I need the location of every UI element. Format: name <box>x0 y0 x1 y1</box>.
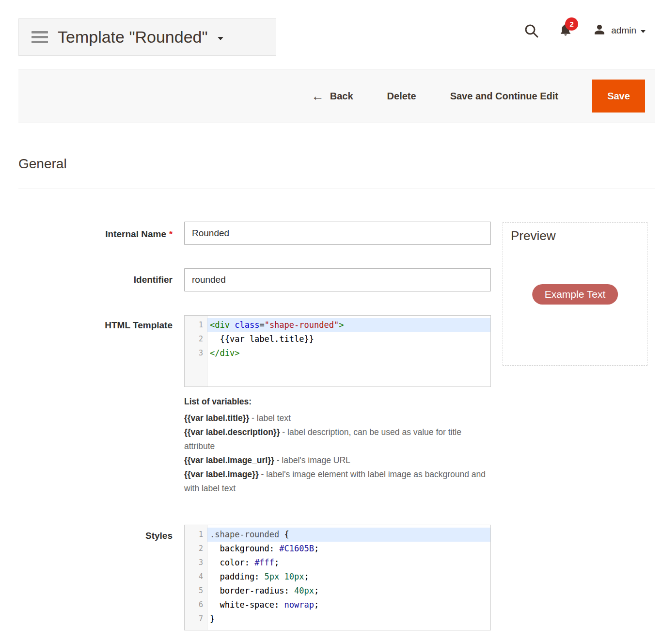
code-token: { <box>279 530 289 539</box>
code-token: #C1605B <box>279 544 314 553</box>
internal-name-label-text: Internal Name <box>105 229 166 239</box>
search-icon[interactable] <box>524 23 539 38</box>
code-line: 3</div> <box>185 346 490 360</box>
preview-title: Preview <box>511 228 555 243</box>
section-divider <box>18 189 655 189</box>
code-text[interactable]: background: #C1605B; <box>207 542 490 556</box>
code-token: white-space: <box>210 600 284 610</box>
code-line: 1.shape-rounded { <box>185 528 490 542</box>
code-text[interactable]: white-space: nowrap; <box>207 598 490 612</box>
styles-label: Styles <box>18 531 173 541</box>
code-token: color: <box>210 558 254 567</box>
code-token: ; <box>314 586 319 596</box>
code-line: 1<div class="shape-rounded"> <box>185 318 490 332</box>
code-line: 5 border-radius: 40px; <box>185 584 490 598</box>
styles-label-text: Styles <box>145 531 173 541</box>
code-line: 4 padding: 5px 10px; <box>185 570 490 584</box>
internal-name-label: Internal Name* <box>18 229 173 240</box>
code-line: 2 background: #C1605B; <box>185 542 490 556</box>
code-token: ; <box>314 544 319 553</box>
code-text[interactable]: padding: 5px 10px; <box>207 570 490 584</box>
code-token: border-radius: <box>210 586 294 596</box>
line-number: 2 <box>185 332 207 346</box>
variable-desc: - label's image URL <box>274 455 350 465</box>
code-token: } <box>210 614 215 624</box>
save-continue-label: Save and Continue Edit <box>450 91 558 102</box>
html-template-label: HTML Template <box>18 320 173 331</box>
variable-item: {{var label.title}} - label text <box>184 411 492 425</box>
code-token: > <box>339 320 344 330</box>
code-line: 6 white-space: nowrap; <box>185 598 490 612</box>
variable-name: {{var label.image}} <box>184 469 259 479</box>
save-button[interactable]: Save <box>592 80 645 113</box>
code-line: 7} <box>185 612 490 626</box>
code-token <box>279 572 284 581</box>
line-number: 6 <box>185 598 207 612</box>
line-number: 4 <box>185 570 207 584</box>
code-token: {{var label.title}} <box>210 334 314 344</box>
back-button-label: Back <box>330 91 353 102</box>
html-template-editor[interactable]: 1<div class="shape-rounded">2 {{var labe… <box>184 315 491 387</box>
code-token: ; <box>314 600 319 610</box>
line-number: 1 <box>185 528 207 542</box>
html-template-label-text: HTML Template <box>105 320 173 330</box>
internal-name-input[interactable] <box>184 222 491 245</box>
code-text[interactable]: </div> <box>207 346 490 360</box>
code-token: padding: <box>210 572 265 581</box>
line-number: 5 <box>185 584 207 598</box>
code-line: 3 color: #fff; <box>185 556 490 570</box>
code-token: 40px <box>294 586 314 596</box>
variable-item: {{var label.description}} - label descri… <box>184 425 492 453</box>
notifications-button[interactable]: 2 <box>558 22 573 39</box>
variables-help: List of variables: {{var label.title}} -… <box>184 395 492 496</box>
hamburger-bar <box>32 36 48 38</box>
hamburger-icon[interactable] <box>32 31 48 43</box>
save-continue-button[interactable]: Save and Continue Edit <box>450 91 558 102</box>
code-token: "shape-rounded" <box>265 320 339 330</box>
user-caret-icon <box>641 30 646 33</box>
code-token: = <box>259 320 264 330</box>
user-icon <box>592 22 607 39</box>
hamburger-bar <box>32 41 48 43</box>
code-token: ; <box>304 572 309 581</box>
action-toolbar: ← Back Delete Save and Continue Edit Sav… <box>18 69 655 123</box>
code-token: 5px <box>265 572 280 581</box>
identifier-label: Identifier <box>18 274 173 285</box>
notifications-badge: 2 <box>565 17 578 31</box>
code-token: <div <box>210 320 230 330</box>
back-button[interactable]: ← Back <box>312 90 353 102</box>
section-title: General <box>18 156 67 172</box>
code-line: 2 {{var label.title}} <box>185 332 490 346</box>
line-number: 2 <box>185 542 207 556</box>
variables-heading: List of variables: <box>184 395 492 409</box>
hamburger-bar <box>32 31 48 33</box>
back-arrow-icon: ← <box>312 90 324 102</box>
code-token: .shape-rounded <box>210 530 279 539</box>
code-token: ; <box>274 558 279 567</box>
styles-editor[interactable]: 1.shape-rounded {2 background: #C1605B;3… <box>184 525 491 630</box>
variable-desc: - label text <box>249 413 291 423</box>
identifier-input[interactable] <box>184 268 491 291</box>
preview-panel: Preview Example Text <box>503 222 647 366</box>
delete-button[interactable]: Delete <box>387 91 416 102</box>
code-token: 10px <box>284 572 304 581</box>
code-text[interactable]: } <box>207 612 490 626</box>
admin-user-menu[interactable]: admin <box>592 22 646 39</box>
line-number: 3 <box>185 556 207 570</box>
required-asterisk: * <box>169 229 173 239</box>
page-header: Template "Rounded" <box>18 18 276 56</box>
variable-name: {{var label.image_url}} <box>184 455 274 465</box>
code-token: nowrap <box>284 600 314 610</box>
variable-name: {{var label.title}} <box>184 413 249 423</box>
line-number: 1 <box>185 318 207 332</box>
user-name: admin <box>611 25 636 36</box>
code-text[interactable]: color: #fff; <box>207 556 490 570</box>
variable-item: {{var label.image_url}} - label's image … <box>184 453 492 467</box>
code-text[interactable]: .shape-rounded { <box>207 528 490 542</box>
title-caret-icon[interactable] <box>218 37 223 40</box>
code-text[interactable]: <div class="shape-rounded"> <box>207 318 490 332</box>
code-text[interactable]: {{var label.title}} <box>207 332 490 346</box>
code-text[interactable]: border-radius: 40px; <box>207 584 490 598</box>
code-token: #fff <box>254 558 274 567</box>
code-token: class <box>235 320 259 330</box>
